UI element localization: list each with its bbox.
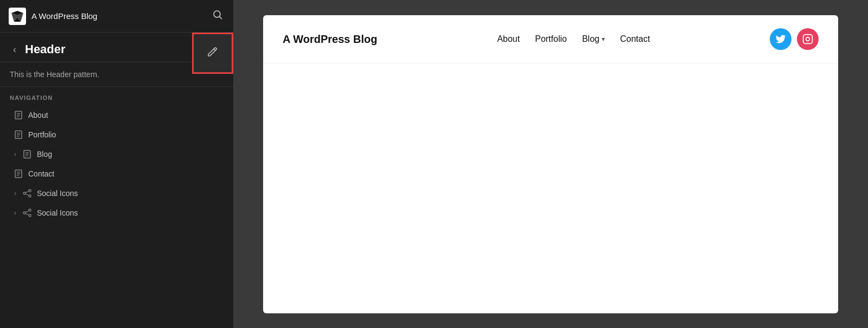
- page-icon: [23, 150, 31, 159]
- header-section: ‹ Header: [0, 33, 233, 62]
- sidebar-site-title: A WordPress Blog: [31, 11, 97, 21]
- panel-title: Header: [25, 42, 66, 56]
- preview-nav-about[interactable]: About: [497, 34, 520, 44]
- dropdown-arrow-icon: ▾: [602, 35, 605, 43]
- expand-arrow-icon: ›: [14, 190, 16, 197]
- preview-header: A WordPress Blog About Portfolio Blog ▾ …: [263, 15, 838, 64]
- page-icon: [14, 169, 23, 178]
- svg-line-6: [214, 49, 215, 51]
- sidebar: A WordPress Blog ‹ Header This is the He…: [0, 0, 233, 328]
- svg-point-29: [29, 215, 31, 217]
- preview-social-icons: [770, 28, 819, 50]
- svg-point-30: [23, 212, 25, 214]
- nav-item-about[interactable]: About: [10, 105, 224, 125]
- preview-nav-blog[interactable]: Blog ▾: [582, 34, 605, 44]
- preview-site-title: A WordPress Blog: [283, 33, 377, 46]
- nav-item-social-icons-2-label: Social Icons: [37, 209, 78, 217]
- nav-item-contact-label: Contact: [28, 169, 54, 178]
- pen-icon: [207, 46, 219, 61]
- navigation-label: NAVIGATION: [10, 94, 224, 101]
- nav-item-social-icons-1-label: Social Icons: [37, 189, 78, 198]
- preview-nav-blog-label: Blog: [582, 34, 599, 44]
- share-icon: [23, 209, 31, 217]
- page-icon: [14, 111, 23, 119]
- svg-point-34: [806, 37, 810, 41]
- svg-line-26: [25, 191, 29, 193]
- svg-line-5: [220, 17, 222, 19]
- navigation-list: About Portfolio ›: [10, 105, 224, 223]
- nav-item-blog-label: Blog: [37, 150, 52, 159]
- svg-line-31: [25, 211, 29, 212]
- nav-item-portfolio[interactable]: Portfolio: [10, 125, 224, 144]
- page-icon: [14, 130, 23, 139]
- search-button[interactable]: [210, 8, 225, 24]
- preview-nav-portfolio[interactable]: Portfolio: [535, 34, 567, 44]
- nav-item-social-icons-2[interactable]: › Social Icons: [10, 203, 224, 223]
- svg-rect-33: [803, 35, 813, 44]
- svg-line-32: [25, 213, 29, 215]
- preview-card: A WordPress Blog About Portfolio Blog ▾ …: [263, 15, 838, 313]
- nav-item-about-label: About: [28, 111, 48, 119]
- svg-point-28: [29, 209, 31, 211]
- nav-item-portfolio-label: Portfolio: [28, 130, 56, 139]
- nav-item-social-icons-1[interactable]: › Social Icons: [10, 184, 224, 203]
- nav-item-blog[interactable]: › Blog: [10, 144, 224, 164]
- main-preview-area: A WordPress Blog About Portfolio Blog ▾ …: [233, 0, 868, 328]
- svg-point-25: [23, 192, 25, 194]
- navigation-section: NAVIGATION About P: [0, 87, 233, 225]
- instagram-icon[interactable]: [797, 28, 819, 50]
- svg-point-23: [29, 190, 31, 192]
- expand-arrow-icon: ›: [14, 150, 16, 158]
- twitter-icon[interactable]: [770, 28, 792, 50]
- sidebar-logo: A WordPress Blog: [9, 8, 97, 25]
- nav-item-contact[interactable]: Contact: [10, 164, 224, 184]
- wp-logo-icon: [9, 8, 26, 25]
- svg-line-27: [25, 194, 29, 195]
- edit-button[interactable]: [192, 33, 233, 74]
- share-icon: [23, 189, 31, 198]
- preview-body: [263, 64, 838, 313]
- sidebar-topbar: A WordPress Blog: [0, 0, 233, 33]
- svg-point-24: [29, 195, 31, 197]
- svg-point-35: [810, 36, 810, 37]
- expand-arrow-icon: ›: [14, 209, 16, 217]
- back-button[interactable]: ‹: [10, 43, 20, 56]
- preview-nav-contact[interactable]: Contact: [620, 34, 650, 44]
- preview-nav: About Portfolio Blog ▾ Contact: [497, 34, 650, 44]
